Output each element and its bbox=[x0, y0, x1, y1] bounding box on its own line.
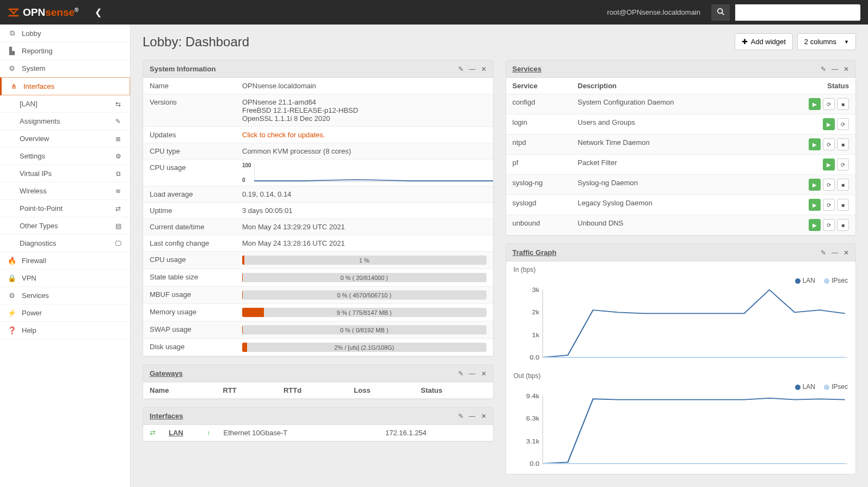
add-widget-button[interactable]: ✚Add widget bbox=[735, 33, 793, 50]
sub-icon: 🖵 bbox=[114, 240, 122, 247]
sidebar-item-power[interactable]: ⚡Power bbox=[0, 305, 130, 322]
sidebar-item-vpn[interactable]: 🔒VPN bbox=[0, 270, 130, 287]
minimize-icon[interactable]: — bbox=[832, 65, 838, 73]
sysinfo-key: Name bbox=[143, 78, 236, 94]
sysinfo-value: Common KVM processor (8 cores) bbox=[242, 147, 351, 155]
minimize-icon[interactable]: — bbox=[832, 249, 838, 257]
traffic-graph-panel: Traffic Graph ✎ — ✕ In (bps) LANIPsec 0.… bbox=[506, 244, 857, 474]
col-header: RTTd bbox=[277, 382, 347, 399]
service-row: pfPacket Filter▶⟳ bbox=[506, 155, 856, 175]
panel-title[interactable]: Interfaces bbox=[150, 412, 458, 420]
close-icon[interactable]: ✕ bbox=[844, 249, 849, 257]
minimize-icon[interactable]: — bbox=[469, 370, 476, 378]
service-stop-button[interactable]: ■ bbox=[837, 138, 849, 150]
sidebar-subitem[interactable]: [LAN]⇆ bbox=[0, 95, 130, 113]
sidebar: ⧉Lobby▙Reporting⚙System⋔Interfaces[LAN]⇆… bbox=[0, 25, 131, 487]
legend-item[interactable]: IPsec bbox=[824, 277, 848, 284]
edit-icon[interactable]: ✎ bbox=[821, 249, 826, 257]
sidebar-item-interfaces[interactable]: ⋔Interfaces bbox=[0, 77, 130, 95]
sidebar-subitem[interactable]: Settings⚙ bbox=[0, 148, 130, 165]
legend-item[interactable]: LAN bbox=[795, 383, 815, 391]
service-name: ntpd bbox=[506, 135, 571, 155]
close-icon[interactable]: ✕ bbox=[481, 412, 487, 420]
sidebar-item-services[interactable]: ⚙Services bbox=[0, 287, 130, 305]
close-icon[interactable]: ✕ bbox=[844, 65, 849, 73]
sub-icon: ⇆ bbox=[114, 100, 122, 108]
svg-text:9.4k: 9.4k bbox=[526, 393, 540, 400]
sidebar-item-label: Overview bbox=[20, 135, 49, 143]
sysinfo-row: SWAP usage0 % ( 0/8192 MB ) bbox=[143, 321, 493, 339]
service-play-button[interactable]: ▶ bbox=[823, 118, 835, 130]
service-stop-button[interactable]: ■ bbox=[837, 199, 849, 211]
search-input[interactable] bbox=[735, 4, 860, 21]
legend-item[interactable]: LAN bbox=[795, 277, 815, 284]
col-header: RTT bbox=[216, 382, 276, 399]
sysinfo-value[interactable]: Click to check for updates. bbox=[242, 131, 325, 139]
sidebar-subitem[interactable]: Assignments✎ bbox=[0, 113, 130, 130]
service-restart-button[interactable]: ⟳ bbox=[823, 219, 835, 231]
menu-icon: ⚙ bbox=[8, 64, 16, 72]
sidebar-item-system[interactable]: ⚙System bbox=[0, 60, 130, 77]
sidebar-item-reporting[interactable]: ▙Reporting bbox=[0, 42, 130, 60]
sub-icon: ≋ bbox=[114, 187, 122, 195]
service-restart-button[interactable]: ⟳ bbox=[823, 138, 835, 150]
panel-title[interactable]: Gateways bbox=[150, 369, 458, 378]
current-user[interactable]: root@OPNsense.localdomain bbox=[607, 8, 700, 16]
edit-icon[interactable]: ✎ bbox=[821, 65, 826, 73]
service-restart-button[interactable]: ⟳ bbox=[823, 179, 835, 191]
sysinfo-value: OPNsense.localdomain bbox=[242, 82, 316, 90]
progress-bar: 2% / [ufs] (2.1G/108G) bbox=[242, 343, 487, 352]
sysinfo-key: CPU usage bbox=[143, 160, 236, 186]
sidebar-item-firewall[interactable]: 🔥Firewall bbox=[0, 252, 130, 270]
minimize-icon[interactable]: — bbox=[469, 65, 476, 73]
legend-item[interactable]: IPsec bbox=[824, 383, 848, 391]
close-icon[interactable]: ✕ bbox=[481, 65, 487, 73]
service-restart-button[interactable]: ⟳ bbox=[837, 159, 849, 171]
service-restart-button[interactable]: ⟳ bbox=[837, 118, 849, 130]
sidebar-subitem[interactable]: Diagnostics🖵 bbox=[0, 235, 130, 252]
sidebar-subitem[interactable]: Overview≣ bbox=[0, 130, 130, 148]
menu-icon: ▙ bbox=[8, 47, 16, 55]
brand[interactable]: OPNsense® bbox=[8, 7, 78, 19]
edit-icon[interactable]: ✎ bbox=[458, 370, 464, 378]
sidebar-item-lobby[interactable]: ⧉Lobby bbox=[0, 25, 130, 42]
col-header: Status bbox=[414, 382, 493, 399]
sidebar-subitem[interactable]: Point-to-Point⇄ bbox=[0, 200, 130, 217]
sidebar-collapse-icon[interactable]: ❮ bbox=[95, 7, 102, 17]
service-play-button[interactable]: ▶ bbox=[809, 138, 821, 150]
sidebar-item-help[interactable]: ❓Help bbox=[0, 322, 130, 339]
service-restart-button[interactable]: ⟳ bbox=[823, 199, 835, 211]
service-play-button[interactable]: ▶ bbox=[809, 199, 821, 211]
minimize-icon[interactable]: — bbox=[469, 412, 476, 420]
sub-icon: ⇄ bbox=[114, 205, 122, 212]
service-stop-button[interactable]: ■ bbox=[837, 179, 849, 191]
sidebar-subitem[interactable]: Virtual IPs⧉ bbox=[0, 165, 130, 182]
panel-title[interactable]: Traffic Graph bbox=[513, 248, 821, 257]
sysinfo-row: MBUF usage0 % ( 4570/506710 ) bbox=[143, 287, 493, 304]
traffic-out-label: Out (bps) bbox=[506, 368, 856, 381]
sidebar-subitem[interactable]: Other Types▤ bbox=[0, 217, 130, 235]
sidebar-item-label: Assignments bbox=[20, 117, 60, 125]
service-restart-button[interactable]: ⟳ bbox=[823, 98, 835, 110]
service-play-button[interactable]: ▶ bbox=[809, 219, 821, 231]
menu-icon: ⧉ bbox=[8, 29, 16, 38]
progress-bar: 0 % ( 4570/506710 ) bbox=[242, 290, 487, 300]
col-header: Service bbox=[506, 78, 571, 94]
service-name: login bbox=[506, 114, 571, 135]
service-stop-button[interactable]: ■ bbox=[837, 98, 849, 110]
menu-icon: ⚡ bbox=[8, 309, 16, 317]
traffic-in-chart: 0.01k2k3k bbox=[514, 287, 848, 363]
sidebar-subitem[interactable]: Wireless≋ bbox=[0, 182, 130, 200]
close-icon[interactable]: ✕ bbox=[481, 370, 487, 378]
edit-icon[interactable]: ✎ bbox=[458, 412, 464, 420]
interface-desc: Ethernet 10Gbase-T bbox=[217, 425, 379, 441]
search-button[interactable] bbox=[711, 4, 730, 21]
interface-name[interactable]: LAN bbox=[169, 429, 183, 437]
panel-title[interactable]: Services bbox=[513, 65, 821, 73]
service-play-button[interactable]: ▶ bbox=[823, 159, 835, 171]
service-stop-button[interactable]: ■ bbox=[837, 219, 849, 231]
service-play-button[interactable]: ▶ bbox=[809, 179, 821, 191]
service-play-button[interactable]: ▶ bbox=[809, 98, 821, 110]
columns-dropdown[interactable]: 2 columns▼ bbox=[797, 33, 856, 50]
edit-icon[interactable]: ✎ bbox=[458, 65, 464, 73]
